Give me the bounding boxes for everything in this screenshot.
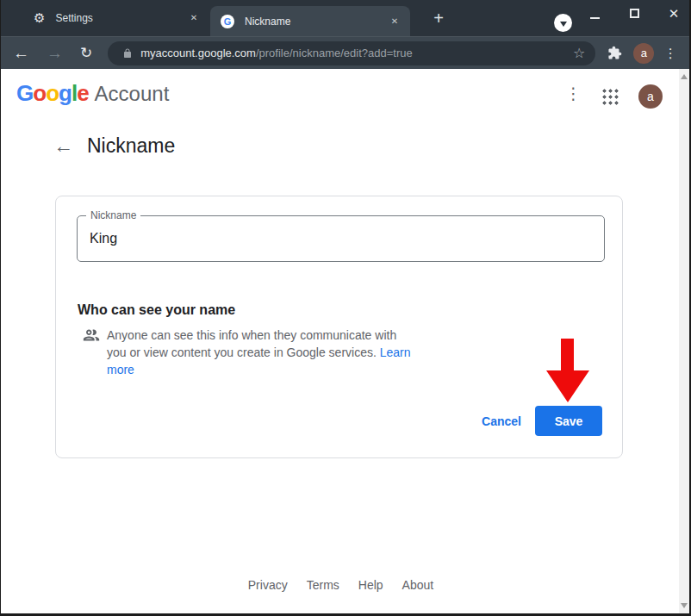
- tab-settings-label: Settings: [55, 12, 187, 24]
- logo-letter: e: [77, 80, 88, 106]
- save-button[interactable]: Save: [535, 406, 602, 436]
- new-tab-button[interactable]: [426, 7, 451, 29]
- nickname-input[interactable]: [78, 216, 604, 261]
- visibility-info-text: Anyone can see this info when they commu…: [107, 327, 443, 378]
- browser-menu-icon[interactable]: [663, 46, 677, 61]
- extensions-puzzle-icon[interactable]: [607, 46, 622, 60]
- red-arrow-annotation: [546, 339, 589, 406]
- bookmark-star-icon[interactable]: [573, 45, 585, 61]
- cancel-button[interactable]: Cancel: [471, 407, 532, 436]
- url-host: myaccount.google.com: [140, 47, 256, 59]
- section-title: Who can see your name: [78, 302, 235, 318]
- scrollbar[interactable]: [679, 69, 689, 613]
- maximize-button[interactable]: [630, 9, 639, 18]
- learn-more-word: Learn: [380, 345, 411, 359]
- people-icon: [82, 326, 101, 345]
- gear-icon: [34, 10, 45, 26]
- page-content: GoogleAccount a Nickname Nickname Who ca…: [1, 69, 689, 613]
- footer-links: Privacy Terms Help About: [1, 578, 681, 592]
- page-title: Nickname: [87, 134, 175, 158]
- google-account-logo[interactable]: GoogleAccount: [16, 80, 169, 107]
- logo-letter: o: [33, 80, 46, 106]
- tab-nickname[interactable]: G Nickname: [210, 6, 410, 36]
- minimize-button[interactable]: [590, 17, 600, 19]
- logo-letter: g: [59, 80, 72, 106]
- back-button[interactable]: [13, 45, 29, 61]
- browser-window: Settings G Nickname myaccount.google.com…: [0, 0, 691, 616]
- tab-nickname-label: Nickname: [245, 16, 388, 28]
- learn-more-word: more: [107, 363, 134, 376]
- scrollbar-up-icon[interactable]: [681, 74, 688, 79]
- lock-icon[interactable]: [122, 47, 133, 59]
- url-path: /profile/nickname/edit?add=true: [256, 47, 413, 59]
- nickname-field[interactable]: Nickname: [77, 215, 605, 262]
- header-more-icon[interactable]: [565, 84, 579, 103]
- tab-strip: Settings G Nickname: [1, 0, 689, 36]
- nickname-card: Nickname Who can see your name Anyone ca…: [55, 196, 623, 458]
- tab-close-icon[interactable]: [187, 11, 201, 25]
- google-favicon-icon: G: [221, 15, 234, 28]
- browser-toolbar: myaccount.google.com/profile/nickname/ed…: [1, 36, 689, 69]
- profile-chip-icon[interactable]: [554, 14, 572, 32]
- close-button[interactable]: [666, 4, 682, 23]
- apps-grid-icon[interactable]: [601, 88, 619, 106]
- browser-avatar[interactable]: a: [633, 43, 654, 64]
- tab-settings[interactable]: Settings: [8, 0, 209, 35]
- footer-link-help[interactable]: Help: [358, 578, 383, 592]
- logo-letter: o: [46, 80, 59, 106]
- footer-link-about[interactable]: About: [402, 578, 434, 592]
- info-line: you or view content you create in Google…: [107, 345, 377, 359]
- tab-close-icon[interactable]: [388, 15, 402, 28]
- page-back-button[interactable]: [53, 134, 73, 158]
- forward-button[interactable]: [47, 45, 63, 61]
- logo-product-label: Account: [95, 82, 170, 105]
- info-line: Anyone can see this info when they commu…: [107, 328, 396, 342]
- address-bar[interactable]: myaccount.google.com/profile/nickname/ed…: [108, 41, 595, 65]
- account-avatar[interactable]: a: [638, 84, 663, 109]
- chevron-down-icon: [560, 22, 567, 27]
- reload-button[interactable]: [80, 46, 92, 60]
- logo-letter: G: [16, 80, 33, 106]
- footer-link-privacy[interactable]: Privacy: [248, 578, 288, 592]
- footer-link-terms[interactable]: Terms: [307, 578, 339, 592]
- scrollbar-down-icon[interactable]: [681, 603, 688, 608]
